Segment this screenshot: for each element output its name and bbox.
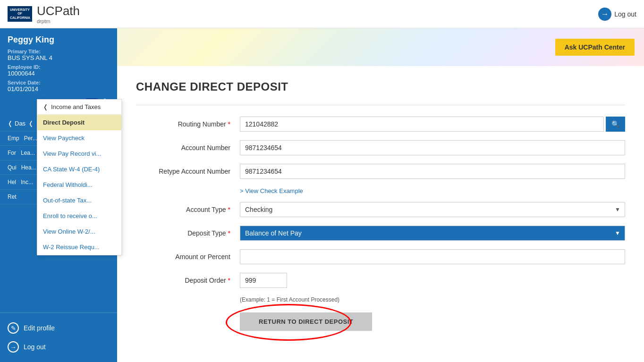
sidebar-bottom: ✎ Edit profile → Log out [0, 312, 117, 362]
deposit-type-select-wrap: Balance of Net Pay Fixed Amount Percenta… [240, 226, 625, 241]
routing-number-label: Routing Number * [136, 120, 240, 128]
dropdown-menu: ❬ Income and Taxes Direct Deposit View P… [37, 99, 122, 255]
dropdown-item-view-online-w2[interactable]: View Online W-2/... [37, 224, 121, 239]
dropdown-item-w2-reissue[interactable]: W-2 Reissue Requ... [37, 239, 121, 255]
dropdown-item-view-pay-record[interactable]: View Pay Record vi... [37, 146, 121, 161]
ask-ucpath-button[interactable]: Ask UCPath Center [555, 39, 635, 56]
amount-percent-row: Amount or Percent [136, 249, 625, 264]
routing-number-input-wrap: 🔍 [240, 117, 625, 132]
button-row: RETURN TO DIRECT DEPOSIT [240, 312, 625, 331]
service-date-value: 01/01/2014 [8, 85, 110, 93]
primary-title-label: Primary Title: [8, 49, 110, 54]
dropdown-item-enroll-receive[interactable]: Enroll to receive o... [37, 208, 121, 224]
main-layout: Peggy King Primary Title: BUS SYS ANL 4 … [0, 28, 644, 362]
edit-profile-icon: ✎ [8, 322, 19, 334]
user-name: Peggy King [8, 35, 110, 45]
account-number-input-wrap [240, 140, 625, 155]
service-date-label: Service Date: [8, 80, 110, 85]
logo-area: UNIVERSITY OF CALIFORNIA UCPath drptrn [8, 4, 80, 24]
account-type-required-star: * [228, 206, 230, 213]
dropdown-item-direct-deposit[interactable]: Direct Deposit [37, 115, 121, 130]
logout-sidebar-icon: → [8, 341, 19, 353]
routing-search-button[interactable]: 🔍 [606, 117, 625, 132]
form-divider [136, 105, 625, 105]
banner: Ask UCPath Center [117, 28, 644, 66]
account-type-select[interactable]: Checking Savings [240, 202, 625, 217]
uc-logo: UNIVERSITY OF CALIFORNIA [8, 6, 32, 22]
deposit-order-example: (Example: 1 = First Account Processed) [240, 296, 625, 303]
deposit-order-label: Deposit Order * [136, 277, 240, 284]
amount-percent-label: Amount or Percent [136, 253, 240, 261]
form-area: CHANGE DIRECT DEPOSIT Routing Number * 🔍… [117, 66, 644, 362]
logout-button-header[interactable]: → Log out [598, 8, 636, 21]
chevron-left-icon: ❬ [43, 103, 48, 110]
account-type-row: Account Type * Checking Savings ▼ [136, 202, 625, 217]
header-right: → Log out [598, 8, 636, 21]
deposit-type-label: Deposit Type * [136, 229, 240, 237]
deposit-type-select[interactable]: Balance of Net Pay Fixed Amount Percenta… [240, 226, 625, 241]
dropdown-item-view-paycheck[interactable]: View Paycheck [37, 130, 121, 146]
account-type-select-wrap: Checking Savings ▼ [240, 202, 625, 217]
amount-percent-input-wrap [240, 249, 625, 264]
deposit-order-required-star: * [228, 277, 230, 284]
dropdown-item-out-of-state-tax[interactable]: Out-of-state Tax... [37, 193, 121, 208]
return-to-direct-deposit-button[interactable]: RETURN TO DIRECT DEPOSIT [240, 312, 372, 331]
dropdown-item-federal-withholding[interactable]: Federal Witholdi... [37, 177, 121, 193]
deposit-order-input-wrap [240, 273, 625, 288]
account-number-label: Account Number [136, 144, 240, 152]
routing-required-star: * [228, 120, 230, 128]
deposit-order-input[interactable] [240, 273, 287, 288]
employee-id-value: 10000644 [8, 70, 110, 77]
dropdown-header: ❬ Income and Taxes [37, 100, 121, 115]
deposit-type-row: Deposit Type * Balance of Net Pay Fixed … [136, 226, 625, 241]
logout-icon: → [598, 8, 611, 21]
dropdown-item-ca-state-w4[interactable]: CA State W-4 (DE-4) [37, 161, 121, 177]
logout-item[interactable]: → Log out [8, 337, 110, 356]
account-number-row: Account Number [136, 140, 625, 155]
content-area: Ask UCPath Center CHANGE DIRECT DEPOSIT … [117, 28, 644, 362]
primary-title-value: BUS SYS ANL 4 [8, 54, 110, 61]
deposit-type-required-star: * [228, 229, 230, 237]
routing-number-row: Routing Number * 🔍 [136, 117, 625, 132]
retype-account-input[interactable] [240, 164, 625, 179]
account-number-input[interactable] [240, 140, 625, 155]
edit-profile-item[interactable]: ✎ Edit profile [8, 319, 110, 337]
account-type-label: Account Type * [136, 206, 240, 213]
retype-account-label: Retype Account Number [136, 168, 240, 175]
retype-account-input-wrap [240, 164, 625, 179]
ucpath-logo-text: UCPath drptrn [37, 4, 80, 24]
employee-id-label: Employee ID: [8, 64, 110, 70]
view-check-link[interactable]: > View Check Example [240, 187, 625, 194]
amount-percent-input[interactable] [240, 249, 625, 264]
app-header: UNIVERSITY OF CALIFORNIA UCPath drptrn →… [0, 0, 644, 28]
page-title: CHANGE DIRECT DEPOSIT [136, 80, 625, 93]
deposit-order-row: Deposit Order * [136, 273, 625, 288]
retype-account-row: Retype Account Number [136, 164, 625, 179]
routing-number-input[interactable] [240, 117, 604, 132]
return-btn-annotation: RETURN TO DIRECT DEPOSIT [240, 312, 372, 331]
